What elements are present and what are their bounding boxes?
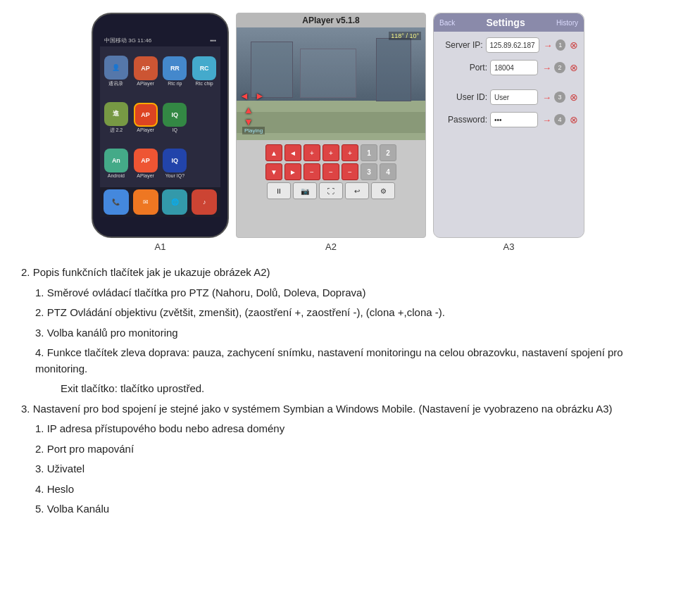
app-label: 通讯录 — [108, 80, 123, 87]
history-button[interactable]: History — [556, 19, 578, 27]
user-id-arrow: → — [542, 92, 551, 103]
btn-snapshot[interactable]: 📷 — [293, 182, 317, 199]
user-id-clear[interactable]: ⊗ — [570, 92, 578, 103]
player-video-area: Playing 118° / 10° ▲ ◄ ► ▼ — [237, 27, 425, 140]
images-section: 中国移动 3G 11:46 ▪▪▪ 👤 通讯录 AP APlayer RR Rt… — [0, 0, 676, 256]
password-input[interactable]: ••• — [490, 112, 538, 127]
app-label: Rtc rip — [168, 81, 182, 86]
btn-focus-in[interactable]: + — [323, 144, 339, 161]
item2-number: 2. — [35, 306, 44, 318]
server-ip-clear[interactable]: ⊗ — [570, 39, 578, 51]
panel-a3: Back Settings History Server IP: 125.89.… — [433, 13, 584, 252]
app-icon-empty — [192, 106, 216, 130]
server-ip-badge: 1 — [556, 39, 565, 51]
player-image: APlayer v5.1.8 Playing 118° / 10° — [236, 13, 426, 238]
app-icon[interactable]: 👤 — [104, 56, 128, 80]
password-arrow: → — [542, 115, 551, 125]
app-icon-aplayer-selected[interactable]: AP — [134, 103, 158, 127]
btn-iris-out[interactable]: − — [342, 163, 358, 180]
player-title: APlayer v5.1.8 — [237, 13, 425, 27]
dock-safari-icon[interactable]: 🌐 — [162, 189, 187, 215]
section2-items: 1. Směrové ovládací tlačítka pro PTZ (Na… — [35, 285, 655, 397]
user-id-badge: 3 — [554, 92, 565, 103]
btn-config[interactable]: ⚙ — [371, 182, 395, 199]
dock-mail-icon[interactable]: ✉ — [133, 189, 158, 215]
password-badge: 4 — [554, 114, 565, 125]
btn-up[interactable]: ▲ — [265, 144, 282, 161]
sub4: 4. Heslo — [35, 482, 655, 498]
player-controls: ▲ ◄ + + + 1 2 ▼ ► − − − 3 4 — [237, 140, 425, 204]
btn-ch1[interactable]: 1 — [361, 144, 377, 161]
port-badge: 2 — [554, 62, 565, 73]
app-icon[interactable]: An — [104, 149, 128, 172]
sub1-text: IP adresa přístupového bodu nebo adresa … — [47, 422, 284, 434]
item4-sub: Exit tlačítko: tlačítko uprostřed. — [61, 381, 655, 397]
sub2-number: 2. — [35, 443, 44, 455]
btn-iris-in[interactable]: + — [342, 144, 358, 161]
dock-ipod-icon[interactable]: ♪ — [192, 189, 217, 215]
settings-body: Server IP: 125.89.62.187 → 1 ⊗ Port: 180… — [434, 32, 584, 237]
list-item: AP APlayer — [132, 49, 159, 93]
btn-right[interactable]: ► — [284, 163, 301, 180]
btn-zoom-out[interactable]: − — [303, 163, 320, 180]
app-icon[interactable]: IQ — [163, 103, 187, 127]
app-icon[interactable]: RC — [192, 56, 216, 80]
app-icon[interactable]: AP — [134, 56, 158, 80]
btn-zoom-in[interactable]: + — [303, 144, 320, 161]
sub4-number: 4. — [35, 483, 44, 495]
status-carrier: 中国移动 3G 11:46 — [104, 37, 151, 44]
controls-row-3: ⏸ 📷 ⛶ ↩ ⚙ — [239, 182, 423, 199]
btn-settings[interactable]: ↩ — [345, 182, 369, 199]
sub1: 1. IP adresa přístupového bodu nebo adre… — [35, 421, 655, 437]
password-clear[interactable]: ⊗ — [570, 114, 578, 125]
list-item: An Android — [103, 143, 130, 184]
app-icon[interactable]: AP — [134, 149, 158, 172]
btn-focus-out[interactable]: − — [323, 163, 339, 180]
section3-number: 3. — [21, 403, 30, 415]
sub5: 5. Volba Kanálu — [35, 501, 655, 517]
server-ip-input[interactable]: 125.89.62.187 — [486, 37, 539, 53]
item1-number: 1. — [35, 287, 44, 298]
phone-dock: 📞 ✉ 🌐 ♪ — [100, 187, 220, 217]
port-input[interactable]: 18004 — [490, 60, 538, 75]
phone-image: 中国移动 3G 11:46 ▪▪▪ 👤 通讯录 AP APlayer RR Rt… — [92, 13, 229, 238]
btn-down[interactable]: ▼ — [265, 163, 282, 180]
btn-ch3[interactable]: 3 — [361, 163, 377, 180]
app-icon[interactable]: RR — [163, 56, 187, 80]
port-arrow: → — [542, 63, 551, 73]
port-label: Port: — [439, 63, 487, 73]
user-id-input[interactable]: User — [490, 89, 538, 105]
app-label: APlayer — [137, 173, 154, 178]
app-label: IQ — [173, 127, 177, 132]
ptz-left-area: ◄ — [239, 90, 249, 101]
port-clear[interactable]: ⊗ — [570, 62, 578, 73]
list-item: IQ IQ — [162, 96, 189, 139]
app-label: Android — [108, 173, 125, 178]
item3-number: 3. — [35, 327, 44, 339]
phone-icons-grid: 👤 通讯录 AP APlayer RR Rtc rip RC Rtc chip — [100, 46, 220, 187]
list-item — [191, 96, 218, 139]
dock-phone-icon[interactable]: 📞 — [104, 189, 129, 215]
phone-screen: 中国移动 3G 11:46 ▪▪▪ 👤 通讯录 AP APlayer RR Rt… — [100, 34, 220, 217]
sub3-text: Uživatel — [47, 463, 84, 474]
item4-text-content: Funkce tlačítek zleva doprava: pauza, za… — [35, 346, 623, 375]
btn-pause[interactable]: ⏸ — [267, 182, 291, 199]
btn-fullscreen[interactable]: ⛶ — [319, 182, 343, 199]
settings-image: Back Settings History Server IP: 125.89.… — [433, 13, 584, 238]
app-label: APlayer — [137, 81, 154, 86]
app-icon[interactable]: IQ — [163, 149, 187, 172]
btn-ch2[interactable]: 2 — [380, 144, 396, 161]
server-ip-label: Server IP: — [439, 40, 483, 50]
password-value: ••• — [494, 116, 502, 124]
btn-ch4[interactable]: 4 — [380, 163, 396, 180]
list-item: AP APlayer — [132, 143, 159, 184]
back-button[interactable]: Back — [439, 19, 455, 27]
password-row: Password: ••• → 4 ⊗ — [439, 112, 578, 127]
settings-title: Settings — [455, 17, 556, 28]
server-ip-row: Server IP: 125.89.62.187 → 1 ⊗ — [439, 37, 578, 53]
btn-left[interactable]: ◄ — [284, 144, 301, 161]
user-id-row: User ID: User → 3 ⊗ — [439, 89, 578, 105]
list-item: RR Rtc rip — [162, 49, 189, 93]
player-coords: 118° / 10° — [389, 32, 421, 40]
app-icon[interactable]: 進 — [104, 102, 128, 126]
